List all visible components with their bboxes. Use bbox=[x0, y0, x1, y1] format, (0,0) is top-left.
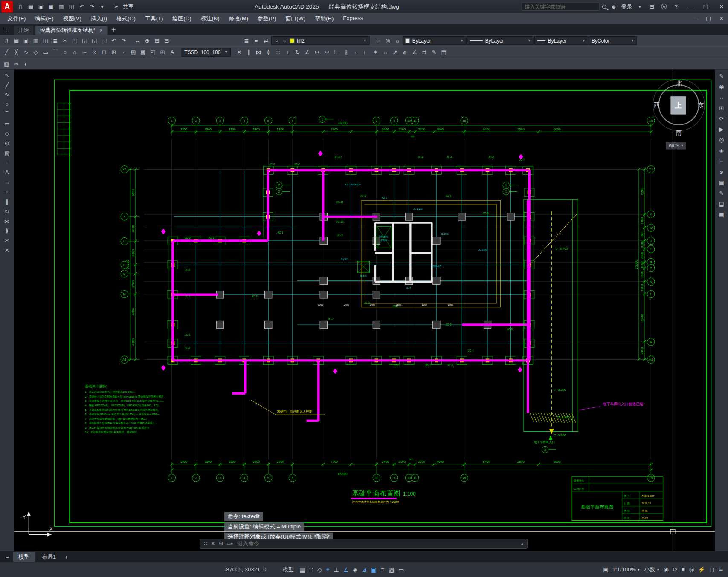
save-file-icon[interactable]: ▣ bbox=[36, 2, 46, 11]
open-file-icon[interactable]: ▤ bbox=[12, 36, 21, 45]
select-objects-icon[interactable]: ↖ bbox=[2, 70, 12, 80]
trim-icon[interactable]: ✂ bbox=[322, 48, 332, 57]
scale-icon[interactable]: ∠ bbox=[303, 48, 312, 57]
annotation-scale-control[interactable]: ▣ 1:1/100% ▾ bbox=[601, 565, 640, 574]
hardware-acceleration-icon[interactable]: ⚡ bbox=[698, 566, 705, 573]
linetype-combo[interactable]: ByLayer ▼ bbox=[467, 36, 534, 45]
edit-drawing-icon[interactable]: ✎ bbox=[717, 72, 726, 81]
fillet-icon[interactable]: ∟ bbox=[361, 48, 371, 57]
layout-menu-icon[interactable]: ≡ bbox=[3, 552, 12, 561]
properties-icon[interactable]: ▤ bbox=[439, 48, 449, 57]
search-input[interactable] bbox=[522, 2, 600, 11]
object-snap-toggle[interactable]: ▣ bbox=[371, 566, 377, 573]
object-snap-tracking-toggle[interactable]: ⊿ bbox=[362, 566, 367, 573]
menu-item-11[interactable]: 帮助(H) bbox=[310, 14, 338, 23]
trim-icon[interactable]: ✂ bbox=[2, 236, 12, 245]
qat-menu-icon[interactable]: ▾ bbox=[98, 2, 107, 11]
login-caret-icon[interactable]: ▾ bbox=[635, 2, 644, 11]
steering-wheel-icon[interactable]: ◎ bbox=[717, 136, 726, 145]
command-bar[interactable]: ∷ ✕ ⚙ ▭▾ ▴ bbox=[200, 539, 528, 549]
command-expand-icon[interactable]: ▴ bbox=[521, 541, 523, 546]
arc-icon[interactable]: ⌒ bbox=[51, 48, 60, 57]
text-style-combo[interactable]: TSSD_100_100 ▼ bbox=[182, 48, 231, 57]
make-block-icon[interactable]: ⊞ bbox=[109, 48, 119, 57]
edit-text-icon[interactable]: ✎ bbox=[429, 48, 439, 57]
markup-icon[interactable]: ✎ bbox=[717, 189, 726, 198]
save-file-icon[interactable]: ▣ bbox=[21, 36, 31, 45]
quick-properties-icon[interactable]: ≡ bbox=[682, 566, 685, 573]
pan-icon[interactable]: ↔ bbox=[133, 36, 142, 45]
doc-restore-button[interactable]: ▢ bbox=[702, 13, 715, 24]
hatch-icon[interactable]: ▨ bbox=[2, 148, 12, 158]
object-isolate-icon[interactable]: ◎ bbox=[689, 566, 694, 573]
circle-icon[interactable]: ○ bbox=[2, 100, 12, 109]
viewcube-west[interactable]: 西 bbox=[654, 101, 660, 110]
viewcube-east[interactable]: 东 bbox=[698, 101, 704, 110]
customization-icon[interactable]: ≣ bbox=[719, 566, 723, 573]
login-button[interactable]: 登录 bbox=[621, 3, 632, 11]
point-icon[interactable]: · bbox=[119, 48, 128, 57]
zoom-window-icon[interactable]: ⊞ bbox=[152, 36, 162, 45]
clean-screen-icon[interactable]: ▢ bbox=[709, 566, 714, 573]
construction-line-icon[interactable]: ╳ bbox=[12, 48, 21, 57]
move-icon[interactable]: + bbox=[283, 48, 293, 57]
stretch-icon[interactable]: ↦ bbox=[313, 48, 322, 57]
publish-icon[interactable]: ≣ bbox=[51, 36, 60, 45]
tab-layout1[interactable]: 布局1 bbox=[36, 552, 62, 562]
multiline-text-icon[interactable]: A bbox=[168, 48, 177, 57]
lineweight-display-toggle[interactable]: ≡ bbox=[381, 566, 384, 573]
break-icon[interactable]: ∦ bbox=[342, 48, 351, 57]
menu-item-1[interactable]: 编辑(E) bbox=[30, 14, 58, 23]
attach-image-icon[interactable]: ▦ bbox=[2, 59, 11, 69]
revision-cloud-icon[interactable]: ∩ bbox=[70, 48, 79, 57]
dim-linear-icon[interactable]: ↔ bbox=[381, 48, 390, 57]
erase-icon[interactable]: ✕ bbox=[235, 48, 244, 57]
viewcube-north[interactable]: 北 bbox=[649, 79, 708, 88]
paste-icon[interactable]: ◱ bbox=[80, 36, 89, 45]
point-icon[interactable]: · bbox=[2, 158, 12, 167]
drawing-canvas[interactable] bbox=[14, 69, 715, 551]
rotate-icon[interactable]: ↻ bbox=[2, 207, 12, 216]
undo-icon[interactable]: ↶ bbox=[77, 2, 87, 11]
color-combo[interactable]: ByLayer ▼ bbox=[403, 36, 467, 45]
save-as-icon[interactable]: ▦ bbox=[46, 2, 56, 11]
gradient-icon[interactable]: ▩ bbox=[138, 48, 148, 57]
polygon-icon[interactable]: ◇ bbox=[31, 48, 41, 57]
new-tab-button[interactable]: ＋ bbox=[109, 25, 119, 35]
units-control[interactable]: 小数 ▾ bbox=[644, 566, 659, 574]
ellipse-icon[interactable]: ⊙ bbox=[90, 48, 99, 57]
block-editor-icon[interactable]: ◳ bbox=[99, 36, 109, 45]
properties-panel-icon[interactable]: ▤ bbox=[717, 199, 726, 209]
model-space-button[interactable]: 模型 bbox=[283, 566, 294, 574]
dim-radius-icon[interactable]: ⌀ bbox=[400, 48, 409, 57]
line-icon[interactable]: ╱ bbox=[2, 48, 11, 57]
dim-aligned-icon[interactable]: ⇗ bbox=[391, 48, 400, 57]
layer-freeze-icon[interactable]: ☼ bbox=[393, 36, 402, 45]
layer-off-icon[interactable]: ○ bbox=[373, 36, 383, 45]
menu-item-6[interactable]: 绘图(D) bbox=[168, 14, 196, 23]
show-motion-icon[interactable]: ▶ bbox=[717, 125, 726, 134]
extend-icon[interactable]: ⊢ bbox=[332, 48, 341, 57]
offset-icon[interactable]: ≬ bbox=[2, 226, 12, 236]
new-file-icon[interactable]: ▯ bbox=[16, 2, 25, 11]
table-icon[interactable]: ⊞ bbox=[158, 48, 167, 57]
tab-start[interactable]: 开始 bbox=[13, 25, 34, 35]
region-icon[interactable]: ◰ bbox=[148, 48, 157, 57]
dynamic-input-toggle[interactable]: ⌖ bbox=[326, 566, 330, 573]
minimize-button[interactable]: — bbox=[683, 0, 696, 13]
share-button[interactable]: ➣ 共享 bbox=[111, 2, 133, 11]
dim-quick-icon[interactable]: ⇉ bbox=[420, 48, 429, 57]
file-tab-menu-icon[interactable]: ≡ bbox=[2, 25, 13, 35]
copy-object-icon[interactable]: ∥ bbox=[244, 48, 254, 57]
close-button[interactable]: ✕ bbox=[715, 0, 728, 13]
recent-commands-icon[interactable]: ▭▾ bbox=[227, 541, 233, 546]
text-icon[interactable]: A bbox=[2, 168, 12, 177]
new-layout-button[interactable]: ＋ bbox=[61, 552, 71, 561]
viewcube-south[interactable]: 南 bbox=[649, 129, 708, 137]
polyline-icon[interactable]: ∿ bbox=[2, 90, 12, 99]
move-icon[interactable]: + bbox=[2, 188, 12, 197]
arc-icon[interactable]: ⌒ bbox=[2, 110, 12, 119]
zoom-realtime-icon[interactable]: ⊕ bbox=[142, 36, 152, 45]
command-grip-icon[interactable]: ∷ bbox=[204, 540, 207, 547]
selection-cycling-toggle[interactable]: ▭ bbox=[398, 566, 404, 573]
